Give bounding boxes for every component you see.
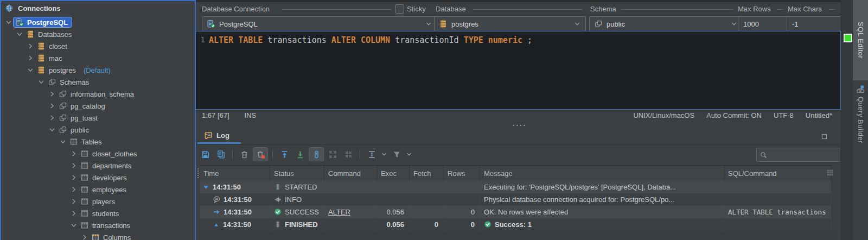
tree-item-public[interactable]: public [1, 124, 195, 136]
filter-dropdown-chevron[interactable] [405, 148, 413, 161]
clear-log-button[interactable] [237, 148, 251, 161]
tree-item-content[interactable]: Columns [90, 232, 135, 240]
table-settings-icon[interactable] [826, 169, 834, 176]
copy-button[interactable] [214, 148, 228, 161]
chevron-down-icon[interactable] [5, 18, 12, 26]
tree-item-students[interactable]: students [1, 207, 195, 219]
tab-log[interactable]: Log [199, 129, 234, 142]
chevron-right-icon[interactable] [27, 54, 34, 62]
log-row-started[interactable]: 14:31:50STARTEDExecuting for: 'PostgreSQ… [200, 181, 831, 193]
schema-select[interactable]: public [589, 16, 743, 31]
column-header-status[interactable]: Status [270, 166, 324, 181]
maximize-log-icon[interactable] [821, 133, 828, 140]
tree-item-content[interactable]: pg_toast [57, 113, 101, 123]
chevron-down-icon[interactable] [37, 78, 45, 86]
max-chars-field[interactable]: -1 [787, 16, 844, 31]
log-search-input[interactable] [770, 150, 839, 160]
collapse-all-button[interactable] [341, 148, 355, 161]
tree-item-departments[interactable]: departments [1, 160, 195, 172]
clear-on-execute-button[interactable] [253, 147, 268, 161]
tree-item-closet[interactable]: closet [1, 40, 195, 52]
tree-item-postgresql[interactable]: PostgreSQL [1, 16, 195, 28]
sql-editor[interactable]: 1 ALTER TABLE transactions ALTER COLUMN … [195, 31, 841, 110]
chevron-down-icon[interactable] [16, 30, 23, 38]
column-header-sql-command[interactable]: SQL/Command [724, 166, 831, 181]
column-drag-handle[interactable] [196, 168, 200, 178]
chevron-right-icon[interactable] [48, 114, 56, 122]
chevron-right-icon[interactable] [81, 233, 88, 240]
tree-item-content[interactable]: closet_clothes [79, 149, 141, 159]
tree-item-content[interactable]: public [57, 125, 93, 135]
chevron-down-icon[interactable] [59, 138, 67, 146]
chevron-right-icon[interactable] [70, 186, 78, 193]
chevron-right-icon[interactable] [48, 90, 56, 98]
tree-item-content[interactable]: players [79, 197, 119, 206]
chevron-right-icon[interactable] [70, 150, 78, 157]
scroll-to-top-button[interactable] [277, 148, 291, 161]
tree-item-content[interactable]: departments [79, 161, 135, 170]
tree-item-content[interactable]: mac [35, 53, 66, 63]
scroll-to-bottom-button[interactable] [293, 148, 307, 161]
tree-item-mac[interactable]: mac [1, 52, 195, 64]
tree-item-closet-clothes[interactable]: closet_clothes [1, 148, 195, 160]
tree-item-players[interactable]: players [1, 195, 195, 207]
log-row-info[interactable]: 14:31:50INFOPhysical database connection… [200, 193, 831, 206]
tree-item-content[interactable]: Tables [68, 137, 106, 147]
chevron-right-icon[interactable] [70, 198, 78, 205]
chevron-right-icon[interactable] [27, 42, 34, 50]
tab-sql-editor[interactable]: SQL Editor [853, 0, 868, 80]
column-header-time[interactable]: Time [200, 166, 270, 181]
tree-item-schemas[interactable]: Schemas [1, 76, 195, 88]
column-header-message[interactable]: Message [480, 166, 724, 181]
column-header-rows[interactable]: Rows [444, 166, 480, 181]
chevron-right-icon[interactable] [70, 210, 78, 217]
chevron-down-icon[interactable] [27, 66, 34, 74]
tree-item-content[interactable]: Databases [24, 29, 75, 39]
tree-item-employees[interactable]: employees [1, 184, 195, 195]
tree-item-content[interactable]: developers [79, 173, 131, 182]
tail-log-button[interactable] [309, 147, 324, 161]
tree-item-content[interactable]: PostgreSQL [14, 17, 72, 27]
chevron-right-icon[interactable] [48, 102, 56, 110]
sql-statement[interactable]: ALTER TABLE transactions ALTER COLUMN tr… [209, 35, 532, 45]
log-row-finished[interactable]: 14:31:50FINISHED0.05600Success: 1 [200, 218, 831, 231]
tree-item-content[interactable]: closet [35, 41, 71, 51]
filter-button[interactable] [390, 148, 404, 161]
tree-item-postgres[interactable]: postgres(Default) [1, 64, 195, 76]
triangle-down-icon[interactable] [202, 184, 210, 191]
tree-item-developers[interactable]: developers [1, 172, 195, 184]
max-rows-field[interactable]: 1000 [738, 16, 792, 31]
tree-item-content[interactable]: transactions [79, 220, 134, 230]
tree-item-tables[interactable]: Tables [1, 136, 195, 148]
triangle-up-icon[interactable] [213, 221, 220, 229]
column-header-fetch[interactable]: Fetch [410, 166, 444, 181]
tree-item-content[interactable]: students [79, 209, 123, 218]
chevron-down-icon[interactable] [48, 126, 56, 134]
chevron-right-icon[interactable] [70, 174, 78, 181]
database-connection-select[interactable]: PostgreSQL [202, 16, 437, 31]
tree-item-databases[interactable]: Databases [1, 28, 195, 40]
tree-item-information-schema[interactable]: information_schema [1, 88, 195, 100]
expand-all-button[interactable] [326, 148, 340, 161]
tree-item-content[interactable]: postgres [35, 65, 80, 75]
tree-item-content[interactable]: employees [79, 185, 130, 194]
tree-item-pg-catalog[interactable]: pg_catalog [1, 100, 195, 112]
command-link[interactable]: ALTER [328, 208, 350, 216]
tab-query-builder[interactable]: Query Builder [853, 85, 868, 143]
save-button[interactable] [198, 148, 212, 161]
chevron-down-icon[interactable] [70, 222, 78, 229]
tree-item-transactions[interactable]: transactions [1, 219, 195, 231]
tree-item-content[interactable]: pg_catalog [57, 101, 109, 111]
database-select[interactable]: postgres [434, 16, 586, 31]
fit-row-height-button[interactable] [365, 148, 379, 161]
tree-item-content[interactable]: Schemas [46, 77, 93, 87]
column-header-command[interactable]: Command [324, 166, 377, 181]
fit-row-height-dropdown-chevron[interactable] [380, 148, 388, 161]
tree-item-pg-toast[interactable]: pg_toast [1, 112, 195, 124]
tree-item-content[interactable]: information_schema [57, 89, 138, 99]
tree-item-columns[interactable]: Columns [1, 231, 195, 240]
log-row-success[interactable]: 14:31:50SUCCESSALTER0.0560OK. No rows we… [200, 206, 831, 218]
chevron-right-icon[interactable] [70, 162, 78, 169]
sticky-checkbox[interactable] [395, 4, 404, 14]
log-search[interactable] [756, 148, 842, 162]
